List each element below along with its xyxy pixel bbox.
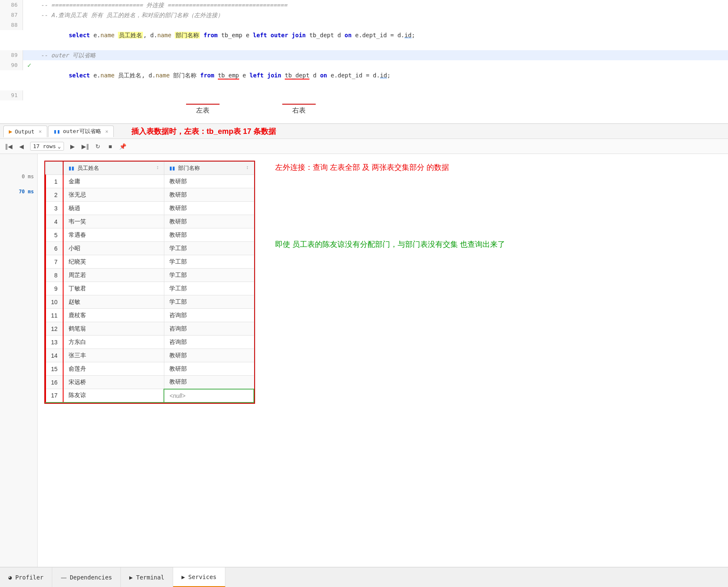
table-row: 3杨逍教研部 <box>46 202 254 215</box>
result-section: ▶ Output ✕ ▮▮ outer可以省略 ✕ 插入表数据时，左表：tb_e… <box>0 124 728 567</box>
tab-output[interactable]: ▶ Output ✕ <box>3 126 47 137</box>
row-num: 4 <box>46 215 63 228</box>
cell-name: 张三丰 <box>63 349 164 362</box>
cell-dept: 咨询部 <box>164 322 254 336</box>
tab-outer-close[interactable]: ✕ <box>105 128 108 134</box>
last-page-button[interactable]: ▶‖ <box>80 141 91 152</box>
line-number: 87 <box>0 10 23 20</box>
table-outer-border: ▮▮ 员工姓名 ↕ ▮▮ 部门名称 ↕ <box>44 161 255 404</box>
status-terminal[interactable]: ▶ Terminal <box>121 567 173 587</box>
services-label: Services <box>188 574 216 580</box>
table-header-row: ▮▮ 员工姓名 ↕ ▮▮ 部门名称 ↕ <box>46 162 254 175</box>
tabs-bar: ▶ Output ✕ ▮▮ outer可以省略 ✕ 插入表数据时，左表：tb_e… <box>0 124 728 139</box>
tab-annotation: 插入表数据时，左表：tb_emp表 17 条数据 <box>131 126 276 136</box>
table-row: 1金庸教研部 <box>46 175 254 188</box>
cell-name: 张无忌 <box>63 188 164 202</box>
line-number: 88 <box>0 20 23 30</box>
cell-dept: 教研部 <box>164 376 254 389</box>
cell-dept: 教研部 <box>164 175 254 188</box>
cell-dept: <null> <box>164 389 254 402</box>
row-num: 2 <box>46 188 63 202</box>
refresh-button[interactable]: ↻ <box>92 141 103 152</box>
timing-item-1: 0 ms <box>0 169 37 184</box>
right-table-label: 右表 <box>282 104 316 115</box>
code-line-90: 90 ✓ select e.name 员工姓名, d.name 部门名称 fro… <box>0 60 728 90</box>
cell-dept: 学工部 <box>164 255 254 269</box>
row-num: 5 <box>46 228 63 242</box>
cell-name: 宋远桥 <box>63 376 164 389</box>
cell-name: 韦一笑 <box>63 215 164 228</box>
row-num: 13 <box>46 336 63 349</box>
cell-dept: 学工部 <box>164 269 254 282</box>
timing-sidebar: 0 ms 70 ms <box>0 154 38 567</box>
row-num: 1 <box>46 175 63 188</box>
row-num: 8 <box>46 269 63 282</box>
line-number: 91 <box>0 90 23 100</box>
row-num: 9 <box>46 282 63 295</box>
rows-selector[interactable]: 17 rows ⌄ <box>30 142 64 151</box>
sort-icon-dept[interactable]: ↕ <box>246 164 249 170</box>
row-num-header <box>46 162 63 175</box>
prev-page-button[interactable]: ◀ <box>16 141 27 152</box>
row-num: 15 <box>46 362 63 376</box>
code-line-88: 88 select e.name 员工姓名, d.name 部门名称 from … <box>0 20 728 50</box>
dependencies-label: Dependencies <box>70 574 112 581</box>
cell-name: 杨逍 <box>63 202 164 215</box>
cell-dept: 咨询部 <box>164 309 254 322</box>
tab-output-close[interactable]: ✕ <box>38 128 41 134</box>
code-editor: 86 -- ========================== 外连接 ===… <box>0 0 728 123</box>
col-header-name: ▮▮ 员工姓名 ↕ <box>63 162 164 175</box>
tab-outer[interactable]: ▮▮ outer可以省略 ✕ <box>48 126 114 137</box>
table-row: 8周芷若学工部 <box>46 269 254 282</box>
cell-name: 小昭 <box>63 242 164 255</box>
code-line-91: 91 <box>0 90 728 100</box>
status-dependencies[interactable]: ⸻ Dependencies <box>52 567 121 587</box>
output-icon: ▶ <box>9 128 12 135</box>
terminal-icon: ▶ <box>129 574 133 581</box>
table-row: 12鹤笔翁咨询部 <box>46 322 254 336</box>
line-number: 86 <box>0 0 23 10</box>
status-profiler[interactable]: ◕ Profiler <box>0 567 52 587</box>
status-services[interactable]: ▶ Services <box>173 567 225 587</box>
stop-button[interactable]: ■ <box>105 141 116 152</box>
table-icon: ▮▮ <box>54 128 61 135</box>
line-check: ✓ <box>23 60 36 70</box>
next-page-button[interactable]: ▶ <box>67 141 78 152</box>
timing-item-2: 70 ms <box>0 184 37 199</box>
table-row: 7纪晓芙学工部 <box>46 255 254 269</box>
code-content: -- ========================== 外连接 ======… <box>36 0 728 10</box>
toolbar: ‖◀ ◀ 17 rows ⌄ ▶ ▶‖ ↻ ■ 📌 <box>0 139 728 154</box>
null-value: <null> <box>169 392 185 399</box>
annotation-left-join: 左外连接：查询 左表全部 及 两张表交集部分 的数据 <box>275 162 711 172</box>
table-body: 1金庸教研部2张无忌教研部3杨逍教研部4韦一笑教研部5常遇春教研部6小昭学工部7… <box>46 175 254 402</box>
cell-dept: 教研部 <box>164 228 254 242</box>
services-icon: ▶ <box>181 574 185 580</box>
sort-icon-name[interactable]: ↕ <box>156 164 159 170</box>
annotation-null-row: 即使 员工表的陈友谅没有分配部门，与部门表没有交集 也查询出来了 <box>275 239 711 249</box>
col-icon-name: ▮▮ <box>69 165 74 171</box>
cell-name: 周芷若 <box>63 269 164 282</box>
row-num: 7 <box>46 255 63 269</box>
rows-count: 17 rows <box>33 143 56 149</box>
row-num: 3 <box>46 202 63 215</box>
cell-dept: 教研部 <box>164 349 254 362</box>
cell-name: 鹿杖客 <box>63 309 164 322</box>
table-row: 6小昭学工部 <box>46 242 254 255</box>
cell-name: 丁敏君 <box>63 282 164 295</box>
cell-dept: 学工部 <box>164 242 254 255</box>
cell-dept: 学工部 <box>164 282 254 295</box>
code-content: select e.name 员工姓名, d.name 部门名称 from tb_… <box>36 20 728 50</box>
cell-name: 赵敏 <box>63 295 164 309</box>
cell-name: 纪晓芙 <box>63 255 164 269</box>
table-row: 5常遇春教研部 <box>46 228 254 242</box>
code-line-86: 86 -- ========================== 外连接 ===… <box>0 0 728 10</box>
table-annotations: 左表 右表 <box>36 100 728 123</box>
table-content-area: 0 ms 70 ms ▮▮ 员工姓名 <box>0 154 728 567</box>
cell-name: 鹤笔翁 <box>63 322 164 336</box>
col-header-dept: ▮▮ 部门名称 ↕ <box>164 162 254 175</box>
first-page-button[interactable]: ‖◀ <box>3 141 14 152</box>
row-num: 17 <box>46 389 63 402</box>
table-row: 13方东白咨询部 <box>46 336 254 349</box>
pin-button[interactable]: 📌 <box>118 141 128 152</box>
tab-outer-label: outer可以省略 <box>63 128 101 135</box>
